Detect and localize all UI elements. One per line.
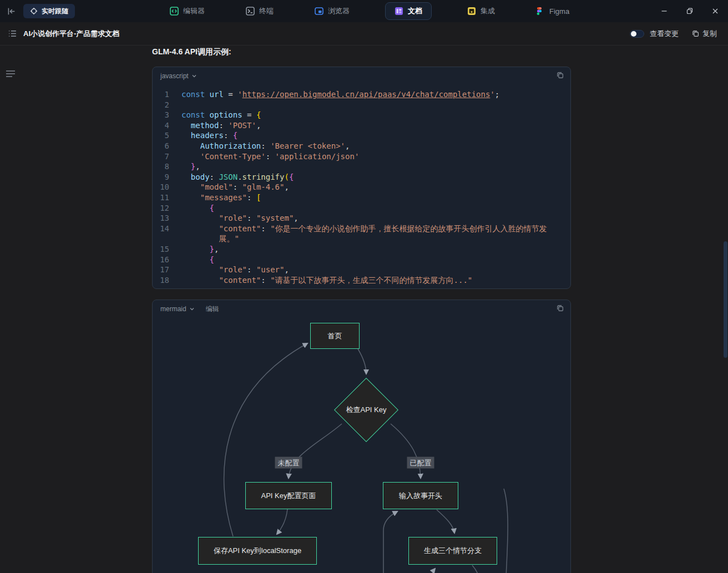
- code-line: 11 "messages": [: [155, 192, 563, 203]
- line-number: 9: [155, 172, 169, 182]
- tab-figma[interactable]: Figma: [530, 3, 575, 19]
- line-number: 10: [155, 182, 169, 192]
- flowchart-node-label: 输入故事开头: [399, 491, 442, 501]
- copy-document-button[interactable]: 复制: [692, 29, 717, 39]
- tab-label: Figma: [549, 7, 569, 16]
- copy-code-icon[interactable]: [557, 72, 564, 80]
- code-line: 1const url = 'https://open.bigmodel.cn/a…: [155, 89, 563, 100]
- code-block: javascript 1const url = 'https://open.bi…: [152, 67, 571, 289]
- flowchart-node-home: 首页: [310, 323, 360, 349]
- flowchart-node-config: API Key配置页面: [245, 482, 332, 509]
- code-editor[interactable]: 1const url = 'https://open.bigmodel.cn/a…: [153, 85, 570, 288]
- edge-below-to-branches: [427, 569, 435, 573]
- line-number: 14: [155, 224, 169, 234]
- window-controls: [651, 0, 728, 22]
- tab-label: 终端: [259, 6, 274, 16]
- collapse-panel-icon[interactable]: [4, 4, 18, 18]
- copy-icon: [692, 30, 699, 37]
- flowchart-diagram: 首页检查API KeyAPI Key配置页面输入故事开头保存API Key到lo…: [153, 300, 571, 573]
- code-line: 10 "model": "glm-4.6",: [155, 182, 563, 192]
- edge-home-to-check: [358, 349, 366, 374]
- line-number: 16: [155, 255, 169, 265]
- view-changes-toggle[interactable]: [630, 30, 644, 38]
- line-number: 5: [155, 130, 169, 141]
- flowchart-node-label: API Key配置页面: [261, 491, 316, 501]
- code-line: 15 },: [155, 244, 563, 255]
- document-title: AI小说创作平台-产品需求文档: [23, 29, 119, 39]
- restore-icon[interactable]: [677, 0, 702, 22]
- code-language-label: javascript: [160, 72, 189, 80]
- terminal-icon: [246, 7, 255, 16]
- code-line: 4 method: 'POST',: [155, 120, 563, 131]
- line-number: 1: [155, 89, 169, 100]
- tab-browser[interactable]: 浏览器: [309, 3, 355, 19]
- copy-label: 复制: [702, 29, 717, 39]
- titlebar: 实时跟随 编辑器终端浏览器文档集成Figma: [0, 0, 728, 22]
- edge-config-to-save: [277, 509, 287, 534]
- copy-diagram-icon[interactable]: [557, 305, 564, 313]
- code-language-selector[interactable]: javascript: [160, 72, 197, 80]
- mermaid-block-header: mermaid 编辑: [153, 300, 570, 318]
- scrollbar-thumb[interactable]: [724, 241, 727, 358]
- flowchart-node-label: 检查API Key: [346, 405, 387, 415]
- app-window: { "colors": { "accent_green": "#43d9a3",…: [0, 0, 728, 573]
- line-number: 2: [155, 100, 169, 110]
- view-changes-label[interactable]: 查看变更: [650, 29, 679, 39]
- integration-icon: [467, 7, 476, 16]
- line-number: 8: [155, 161, 169, 172]
- line-number: 12: [155, 203, 169, 214]
- view-tabs: 编辑器终端浏览器文档集成Figma: [164, 0, 575, 22]
- tab-label: 文档: [408, 6, 422, 16]
- edge-input-to-branches: [437, 510, 454, 533]
- mermaid-language-selector[interactable]: mermaid: [160, 305, 195, 313]
- code-block-header: javascript: [153, 67, 570, 85]
- minimize-icon[interactable]: [651, 0, 677, 22]
- edge-label: 已配置: [407, 457, 434, 469]
- tab-editor[interactable]: 编辑器: [164, 3, 210, 19]
- line-number: 6: [155, 141, 169, 151]
- live-follow-button[interactable]: 实时跟随: [23, 4, 75, 18]
- edge-branches-to-below: [472, 565, 482, 573]
- figma-icon: [536, 7, 545, 16]
- document-icon: [395, 7, 403, 16]
- line-number: 4: [155, 120, 169, 131]
- mermaid-block: 首页检查API KeyAPI Key配置页面输入故事开头保存API Key到lo…: [152, 300, 571, 573]
- code-line: 展。": [155, 234, 563, 244]
- chevron-down-icon: [189, 306, 195, 312]
- flowchart-node-branches: 生成三个情节分支: [408, 537, 497, 565]
- line-number: 17: [155, 265, 169, 275]
- close-icon[interactable]: [702, 0, 728, 22]
- tab-label: 编辑器: [183, 6, 205, 16]
- toggle-knob: [631, 31, 636, 37]
- line-number: 7: [155, 151, 169, 162]
- edge-label: 未配置: [275, 457, 302, 469]
- flowchart-node-label: 首页: [328, 331, 342, 341]
- tab-docs[interactable]: 文档: [385, 2, 432, 20]
- code-line: 17 "role": "user",: [155, 265, 563, 275]
- outline-handle-icon[interactable]: [6, 70, 16, 80]
- browser-icon: [315, 7, 323, 16]
- code-line: 3const options = {: [155, 110, 563, 120]
- tab-terminal[interactable]: 终端: [240, 3, 279, 19]
- edit-diagram-button[interactable]: 编辑: [206, 305, 219, 314]
- code-line: 7 'Content-Type': 'application/json': [155, 151, 563, 162]
- edge-check-to-input: [391, 424, 421, 478]
- line-number: 3: [155, 110, 169, 120]
- code-line: 13 "role": "system",: [155, 213, 563, 224]
- code-line: 8 },: [155, 161, 563, 172]
- line-number: 11: [155, 192, 169, 203]
- code-line: 6 Authorization: 'Bearer <token>',: [155, 141, 563, 151]
- flowchart-node-label: 保存API Key到localStorage: [214, 546, 301, 556]
- flowchart-node-label: 生成三个情节分支: [424, 546, 482, 556]
- code-line: 16 {: [155, 255, 563, 265]
- code-line: 9 body: JSON.stringify({: [155, 172, 563, 182]
- document-outline-icon[interactable]: [6, 27, 19, 40]
- code-line: 14 "content": "你是一个专业的小说创作助手，擅长根据给定的故事开头…: [155, 224, 563, 234]
- tab-integrations[interactable]: 集成: [462, 3, 501, 19]
- tab-label: 浏览器: [328, 6, 350, 16]
- line-number: 13: [155, 213, 169, 224]
- target-icon: [30, 7, 38, 15]
- document-toolbar: AI小说创作平台-产品需求文档 查看变更 复制: [0, 22, 728, 45]
- chevron-down-icon: [191, 73, 197, 79]
- line-number: 18: [155, 275, 169, 286]
